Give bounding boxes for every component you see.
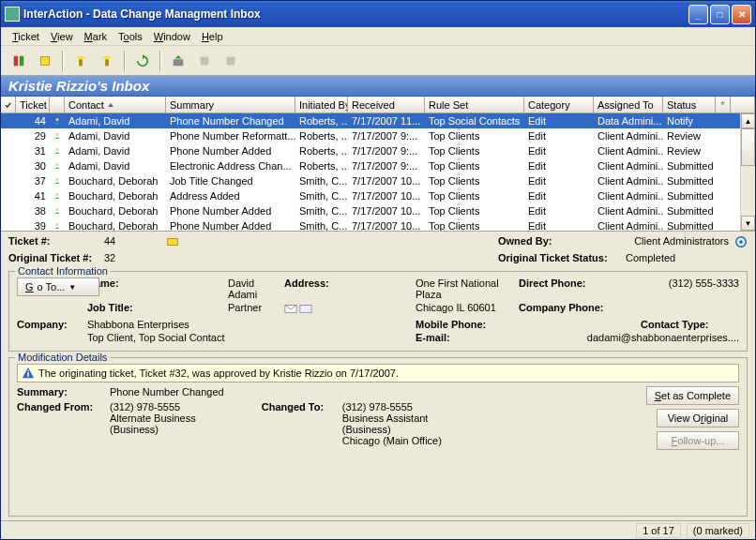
svg-point-11 (56, 163, 59, 166)
person-icon (50, 188, 65, 203)
ticket-icon[interactable] (166, 235, 179, 250)
table-row[interactable]: 44Adami, DavidPhone Number ChangedRobert… (1, 113, 740, 128)
orig-ticket-label: Original Ticket #: (8, 252, 98, 263)
cphone-label: Company Phone: (519, 302, 641, 313)
app-icon (5, 7, 20, 22)
col-icon[interactable] (50, 97, 65, 112)
table-row[interactable]: 31Adami, DavidPhone Number AddedRoberts,… (1, 143, 740, 158)
person-icon (50, 173, 65, 188)
svg-rect-1 (20, 55, 23, 66)
menu-tools[interactable]: Tools (113, 29, 148, 44)
person-icon (50, 158, 65, 173)
mod-summary-value: Phone Number Changed (110, 386, 224, 398)
status-position: 1 of 17 (636, 523, 681, 538)
grid: 44Adami, DavidPhone Number ChangedRobert… (1, 113, 755, 231)
changed-from-value: (312) 978-5555 Alternate Business (Busin… (110, 401, 196, 446)
set-complete-button[interactable]: Set as Complete (646, 386, 739, 405)
toolbar-btn-2[interactable] (33, 49, 57, 73)
menu-window[interactable]: Window (148, 29, 196, 44)
table-row[interactable]: 38Bouchard, DeborahPhone Number AddedSmi… (1, 203, 740, 218)
svg-point-15 (56, 223, 59, 226)
svg-rect-3 (79, 59, 83, 66)
menu-mark[interactable]: Mark (79, 29, 113, 44)
scroll-up[interactable]: ▲ (741, 113, 755, 128)
toolbar-btn-7 (192, 49, 217, 73)
detail-pane: Ticket #: 44 Original Ticket #: 32 Owned… (1, 231, 755, 520)
svg-point-13 (56, 193, 59, 196)
envelope-icon[interactable] (284, 302, 297, 317)
svg-rect-16 (168, 239, 178, 246)
toolbar-btn-6[interactable] (166, 49, 190, 73)
dphone-value: (312) 555-3333 (641, 278, 739, 289)
col-summary[interactable]: Summary (166, 97, 295, 112)
menubar: Ticket View Mark Tools Window Help (1, 27, 755, 46)
mod-details-box: Modification Details i The originating t… (8, 357, 748, 517)
contact-info-legend: Contact Information (15, 265, 111, 277)
scroll-down[interactable]: ▼ (741, 216, 755, 231)
jobtitle-label: Job Title: (87, 302, 228, 313)
col-ruleset[interactable]: Rule Set (425, 97, 524, 112)
addr-value-2: Chicago IL 60601 (416, 302, 519, 313)
addr-label: Address: (284, 278, 416, 289)
owned-label: Owned By: (498, 235, 620, 250)
minimize-button[interactable]: _ (688, 5, 708, 24)
col-star[interactable]: * (716, 97, 731, 112)
svg-point-10 (56, 148, 59, 151)
goto-button[interactable]: Go To... ▼ (17, 278, 99, 296)
close-button[interactable]: ✕ (732, 5, 751, 24)
toolbar-btn-1[interactable] (7, 49, 31, 73)
changed-to-value: (312) 978-5555 Business Assistant (Busin… (342, 401, 442, 446)
col-filler (731, 97, 755, 112)
info-icon: i (22, 367, 35, 380)
mod-summary-label: Summary: (17, 386, 104, 398)
col-category[interactable]: Category (524, 97, 594, 112)
table-row[interactable]: 29Adami, DavidPhone Number Reformatt...R… (1, 128, 740, 143)
email-value: dadami@shabbonaenterprises.... (519, 332, 739, 343)
col-contact[interactable]: Contact (65, 97, 166, 112)
name-label: Name: (87, 278, 228, 289)
col-received[interactable]: Received (348, 97, 425, 112)
company-label: Company: (17, 319, 87, 330)
menu-view[interactable]: View (45, 29, 79, 44)
name-value: David Adami (228, 278, 284, 300)
mod-message: i The originating ticket, Ticket #32, wa… (17, 364, 739, 382)
svg-point-9 (56, 133, 59, 136)
ticket-num-value: 44 (104, 235, 160, 250)
view-original-button[interactable]: View Original (657, 409, 739, 428)
person-icon (50, 143, 65, 158)
toolbar-refresh[interactable] (130, 49, 155, 73)
origstat-label: Original Ticket Status: (498, 252, 620, 263)
svg-rect-4 (105, 59, 109, 66)
table-row[interactable]: 41Bouchard, DeborahAddress AddedSmith, C… (1, 188, 740, 203)
table-row[interactable]: 37Bouchard, DeborahJob Title ChangedSmit… (1, 173, 740, 188)
col-assigned[interactable]: Assigned To (594, 97, 663, 112)
statusbar: 1 of 17 (0 marked) (1, 520, 755, 539)
svg-point-12 (56, 178, 59, 181)
col-status[interactable]: Status (663, 97, 716, 112)
maximize-button[interactable]: □ (710, 5, 730, 24)
svg-rect-2 (41, 56, 50, 65)
toolbar-btn-3[interactable] (68, 49, 93, 73)
vertical-scrollbar[interactable]: ▲ ▼ (740, 113, 755, 231)
toolbar-btn-8 (219, 49, 243, 73)
toolbar-btn-4[interactable] (95, 49, 119, 73)
inbox-title: Kristie Rizzio's Inbox (1, 76, 755, 97)
col-ticket[interactable]: Ticket (16, 97, 50, 112)
person-icon (50, 203, 65, 218)
col-check[interactable] (1, 97, 16, 112)
svg-rect-7 (227, 56, 235, 65)
orig-ticket-value: 32 (104, 252, 115, 263)
owned-value: Client Administrators (626, 235, 729, 250)
menu-help[interactable]: Help (196, 29, 229, 44)
changed-from-label: Changed From: (17, 401, 104, 446)
toolbar (1, 46, 755, 76)
owner-icon[interactable] (734, 235, 748, 250)
table-row[interactable]: 39Bouchard, DeborahPhone Number AddedSmi… (1, 218, 740, 231)
svg-rect-6 (201, 56, 209, 65)
col-initiated[interactable]: Initiated By (295, 97, 348, 112)
card-icon[interactable] (299, 302, 312, 317)
scroll-thumb[interactable] (741, 128, 755, 166)
menu-ticket[interactable]: Ticket (7, 29, 45, 44)
table-row[interactable]: 30Adami, DavidElectronic Address Chan...… (1, 158, 740, 173)
addr-value-1: One First National Plaza (416, 278, 519, 300)
